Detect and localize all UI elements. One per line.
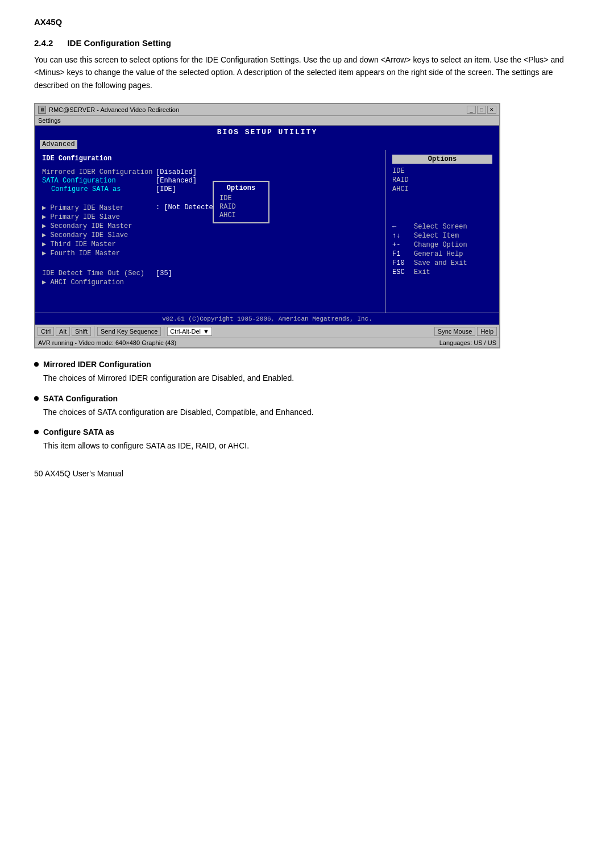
hotkey-exit: ESC Exit — [392, 268, 492, 276]
bullet-section-configure: Configure SATA as This item allows to co… — [34, 427, 580, 452]
popup-title: Options — [219, 184, 263, 192]
hotkey-ud-key: ↑↓ — [392, 232, 409, 240]
row-ide-detect-value: [35] — [156, 269, 172, 277]
bullet-section-mirrored: Mirrored IDER Configuration The choices … — [34, 360, 580, 384]
right-section-title: Options — [392, 155, 492, 164]
item-fourth-master-label: ▶ Fourth IDE Master — [42, 249, 156, 258]
window-title: RMC@SERVER - Advanced Video Redirection — [49, 106, 179, 113]
hotkey-general-help-label: General Help — [414, 250, 463, 258]
right-options: IDE RAID AHCI — [392, 167, 492, 193]
key-dropdown-value: Ctrl-Alt-Del — [170, 328, 201, 335]
hotkey-f1-key: F1 — [392, 250, 409, 258]
bios-menubar[interactable]: Settings — [35, 116, 499, 126]
section-heading: 2.4.2 IDE Configuration Setting — [34, 38, 580, 48]
item-primary-master-label: ▶ Primary IDE Master — [42, 203, 156, 212]
item-third-master-label: ▶ Third IDE Master — [42, 240, 156, 248]
opt-ide: IDE — [392, 167, 492, 175]
bios-titlebar: 🖥 RMC@SERVER - Advanced Video Redirectio… — [35, 104, 499, 116]
item-primary-slave-label: ▶ Primary IDE Slave — [42, 213, 156, 221]
item-secondary-slave-label: ▶ Secondary IDE Slave — [42, 231, 156, 239]
bios-screen: BIOS SETUP UTILITY Advanced IDE Configur… — [35, 126, 499, 325]
separator-2 — [164, 326, 164, 337]
page-wrapper: AX45Q 2.4.2 IDE Configuration Setting Yo… — [34, 17, 580, 478]
item-secondary-master: ▶ Secondary IDE Master — [42, 222, 378, 230]
ctrl-button[interactable]: Ctrl — [38, 327, 54, 336]
row-mirrored-value: [Disabled] — [156, 168, 197, 176]
hotkey-lr-key: ← — [392, 223, 409, 231]
bullet-dot-3 — [34, 430, 39, 434]
row-sata-label: SATA Configuration — [42, 177, 156, 185]
opt-raid: RAID — [392, 176, 492, 184]
bullet-title-mirrored: Mirrored IDER Configuration — [43, 360, 151, 369]
sync-mouse-button[interactable]: Sync Mouse — [434, 327, 476, 336]
bios-avr-bar: AVR running - Video mode: 640×480 Graphi… — [35, 338, 499, 347]
hotkey-exit-label: Exit — [414, 268, 430, 276]
titlebar-controls: _ □ ✕ — [467, 106, 496, 114]
row-mirrored: Mirrored IDER Configuration [Disabled] — [42, 168, 378, 176]
page-footer: 50 AX45Q User's Manual — [34, 469, 580, 478]
menu-settings[interactable]: Settings — [38, 117, 61, 124]
bullet-section-sata: SATA Configuration The choices of SATA c… — [34, 394, 580, 418]
send-key-sequence-button[interactable]: Send Key Sequence — [97, 327, 161, 336]
help-button[interactable]: Help — [477, 327, 497, 336]
hotkey-change-option: +- Change Option — [392, 241, 492, 249]
section-title: IDE Configuration Setting — [67, 38, 171, 48]
bios-right-panel: Options IDE RAID AHCI ← Select Screen — [385, 150, 499, 313]
popup-item-raid[interactable]: RAID — [219, 203, 263, 211]
hotkey-pm-key: +- — [392, 241, 409, 249]
hotkey-select-item: ↑↓ Select Item — [392, 232, 492, 240]
shift-button[interactable]: Shift — [72, 327, 91, 336]
left-section-title: IDE Configuration — [42, 155, 378, 163]
key-dropdown[interactable]: Ctrl-Alt-Del ▼ — [167, 327, 212, 336]
bios-body: IDE Configuration Mirrored IDER Configur… — [35, 150, 499, 313]
config-rows: Mirrored IDER Configuration [Disabled] S… — [42, 168, 378, 193]
hotkey-esc-key: ESC — [392, 268, 409, 276]
row-configure-sata-label: Configure SATA as — [42, 185, 156, 193]
popup-item-ide[interactable]: IDE — [219, 194, 263, 202]
dropdown-arrow-icon: ▼ — [203, 328, 209, 335]
titlebar-left: 🖥 RMC@SERVER - Advanced Video Redirectio… — [38, 106, 179, 114]
popup-item-ahci[interactable]: AHCI — [219, 211, 263, 219]
bottom-rows: IDE Detect Time Out (Sec) [35] ▶ AHCI Co… — [42, 269, 378, 286]
bullet-text-sata: The choices of SATA configuration are Di… — [43, 406, 580, 418]
row-ide-detect: IDE Detect Time Out (Sec) [35] — [42, 269, 378, 277]
item-secondary-master-label: ▶ Secondary IDE Master — [42, 222, 156, 230]
avr-left: AVR running - Video mode: 640×480 Graphi… — [38, 339, 176, 346]
close-button[interactable]: ✕ — [487, 106, 496, 114]
item-third-master: ▶ Third IDE Master — [42, 240, 378, 248]
bios-popup: Options IDE RAID AHCI — [213, 181, 269, 223]
row-ide-detect-label: IDE Detect Time Out (Sec) — [42, 269, 156, 277]
bios-window: 🖥 RMC@SERVER - Advanced Video Redirectio… — [34, 103, 500, 348]
section-num: 2.4.2 — [34, 38, 53, 48]
alt-button[interactable]: Alt — [56, 327, 70, 336]
hotkey-select-item-label: Select Item — [414, 232, 459, 240]
item-primary-slave: ▶ Primary IDE Slave — [42, 213, 378, 221]
bullet-title-configure: Configure SATA as — [43, 427, 114, 437]
row-ahci-config: ▶ AHCI Configuration — [42, 278, 378, 286]
bios-tab-bar: Advanced — [35, 139, 499, 150]
item-primary-master: ▶ Primary IDE Master : [Not Detected] — [42, 203, 378, 212]
minimize-button[interactable]: _ — [467, 106, 476, 114]
row-configure-sata: Configure SATA as [IDE] — [42, 185, 378, 193]
bios-statusbar: Ctrl Alt Shift Send Key Sequence Ctrl-Al… — [35, 325, 499, 338]
hotkey-select-screen-label: Select Screen — [414, 223, 467, 231]
restore-button[interactable]: □ — [477, 106, 486, 114]
hotkey-save-exit: F10 Save and Exit — [392, 259, 492, 267]
arrow-items-group: ▶ Primary IDE Master : [Not Detected] ▶ … — [42, 203, 378, 258]
hotkey-select-screen: ← Select Screen — [392, 223, 492, 231]
doc-title: AX45Q — [34, 17, 580, 27]
separator-1 — [94, 326, 94, 337]
row-configure-sata-value: [IDE] — [156, 185, 176, 193]
row-mirrored-label: Mirrored IDER Configuration — [42, 168, 156, 176]
bios-header: BIOS SETUP UTILITY — [35, 126, 499, 139]
bullet-text-configure: This item allows to configure SATA as ID… — [43, 439, 580, 452]
hotkey-general-help: F1 General Help — [392, 250, 492, 258]
tab-advanced[interactable]: Advanced — [40, 140, 77, 149]
bullet-dot-2 — [34, 396, 39, 401]
bullet-heading-configure: Configure SATA as — [34, 427, 580, 437]
window-icon: 🖥 — [38, 106, 46, 114]
row-ahci-config-label: ▶ AHCI Configuration — [42, 278, 156, 286]
statusbar-right: Sync Mouse Help — [434, 327, 497, 336]
item-primary-master-value: : [Not Detected] — [156, 203, 221, 212]
bios-hotkeys: ← Select Screen ↑↓ Select Item +- Change… — [392, 223, 492, 276]
